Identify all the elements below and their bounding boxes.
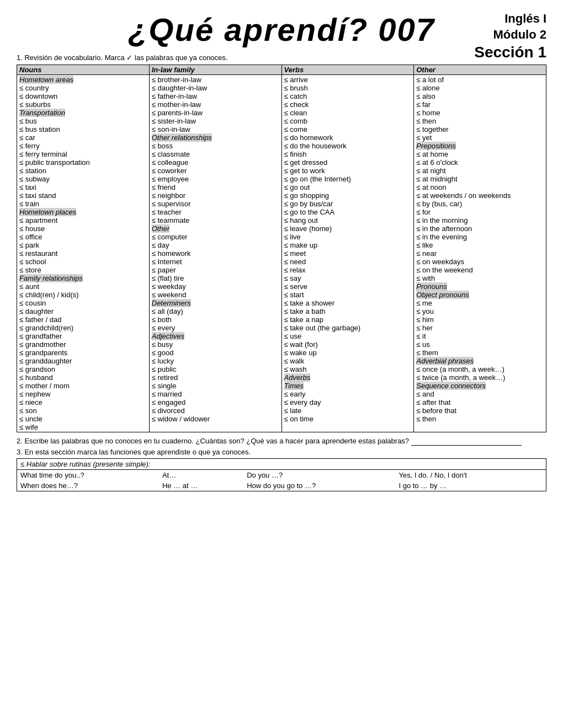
item: ≤ relax xyxy=(284,266,412,274)
item: ≤ in the afternoon xyxy=(416,224,544,233)
item: ≤ then xyxy=(416,117,544,125)
item: ≤ child(ren) / kid(s) xyxy=(19,291,147,299)
item: ≤ us xyxy=(416,340,544,349)
section-adverbs: Adverbs xyxy=(284,373,311,382)
item: ≤ in the evening xyxy=(416,233,544,241)
section-family: Family relationships xyxy=(19,274,83,282)
item: ≤ take a bath xyxy=(284,307,412,315)
item: ≤ in the morning xyxy=(416,216,544,224)
item: ≤ father / dad xyxy=(19,315,147,324)
item: ≤ son-in-law xyxy=(152,125,279,133)
header: ¿Qué aprendí? 007 Inglés I Módulo 2 Secc… xyxy=(17,11,546,48)
section-determiners: Determiners xyxy=(152,299,191,307)
item: ≤ daughter-in-law xyxy=(152,84,279,92)
item: ≤ weekday xyxy=(152,282,279,291)
item: ≤ hang out xyxy=(284,216,412,224)
item: ≤ say xyxy=(284,274,412,282)
item: ≤ bus xyxy=(19,117,147,125)
item: ≤ get dressed xyxy=(284,158,412,167)
item: ≤ also xyxy=(416,92,544,100)
section-adjectives: Adjectives xyxy=(152,332,184,340)
item: ≤ day xyxy=(152,241,279,249)
item: ≤ engaged xyxy=(152,398,279,406)
func-row2-col1: When does he…? xyxy=(17,480,159,491)
item: ≤ at weekends / on weekends xyxy=(416,191,544,200)
item: ≤ taxi xyxy=(19,183,147,191)
section-sequence: Sequence connectors xyxy=(416,382,486,390)
item: ≤ teammate xyxy=(152,216,279,224)
main-title: ¿Qué aprendí? 007 xyxy=(17,11,546,48)
vocab-table: Nouns In-law family Verbs Other Hometown… xyxy=(17,65,546,432)
item: ≤ all (day) xyxy=(152,307,279,315)
col-header-nouns: Nouns xyxy=(17,65,150,75)
item: ≤ neighbor xyxy=(152,191,279,200)
section-times: Times xyxy=(284,382,304,390)
item: ≤ employee xyxy=(152,175,279,183)
col-header-inlaw: In-law family xyxy=(149,65,282,75)
item: ≤ mother / mom xyxy=(19,382,147,390)
nouns-col: Hometown areas ≤ country ≤ downtown ≤ su… xyxy=(17,75,150,432)
item: ≤ son xyxy=(19,406,147,415)
func-row1-col4: Yes, I do. / No, I don't xyxy=(395,470,546,481)
item: ≤ go by bus/car xyxy=(284,200,412,208)
item: ≤ come xyxy=(284,125,412,133)
section-object-pronouns: Object pronouns xyxy=(416,291,469,299)
item: ≤ meet xyxy=(284,249,412,258)
item: ≤ grandchild(ren) xyxy=(19,324,147,332)
item: ≤ grandfather xyxy=(19,332,147,340)
item: ≤ computer xyxy=(152,233,279,241)
item: ≤ clean xyxy=(284,109,412,117)
item: ≤ comb xyxy=(284,117,412,125)
section-prepositions: Prepositions xyxy=(416,142,456,150)
item: ≤ before that xyxy=(416,406,544,415)
item: ≤ homework xyxy=(152,249,279,258)
item: ≤ twice (a month, a week…) xyxy=(416,373,544,382)
item: ≤ brother-in-law xyxy=(152,76,279,84)
item: ≤ single xyxy=(152,382,279,390)
item: ≤ together xyxy=(416,125,544,133)
item: ≤ daughter xyxy=(19,307,147,315)
item: ≤ restaurant xyxy=(19,249,147,258)
item: ≤ serve xyxy=(284,282,412,291)
item: ≤ widow / widower xyxy=(152,415,279,423)
item: ≤ once (a month, a week…) xyxy=(416,365,544,373)
verbs-col: ≤ arrive ≤ brush ≤ catch ≤ check ≤ clean… xyxy=(282,75,414,432)
functions-header: ≤ Hablar sobre rutinas (presente simple)… xyxy=(17,459,546,470)
item: ≤ lucky xyxy=(152,357,279,365)
item: ≤ ferry xyxy=(19,142,147,150)
item: ≤ start xyxy=(284,291,412,299)
item: ≤ wife xyxy=(19,423,147,431)
item: ≤ apartment xyxy=(19,216,147,224)
item: ≤ retired xyxy=(152,373,279,382)
item: ≤ brush xyxy=(284,84,412,92)
item: ≤ near xyxy=(416,249,544,258)
item: ≤ divorced xyxy=(152,406,279,415)
item: ≤ husband xyxy=(19,373,147,382)
item: ≤ go shopping xyxy=(284,191,412,200)
item: ≤ public xyxy=(152,365,279,373)
other-col: ≤ a lot of ≤ alone ≤ also ≤ far ≤ home ≤… xyxy=(414,75,546,432)
item: ≤ office xyxy=(19,233,147,241)
item: ≤ good xyxy=(152,349,279,357)
item: ≤ married xyxy=(152,390,279,398)
item: ≤ on weekdays xyxy=(416,258,544,266)
item: ≤ boss xyxy=(152,142,279,150)
item: ≤ busy xyxy=(152,340,279,349)
item: ≤ you xyxy=(416,307,544,315)
item: ≤ house xyxy=(19,224,147,233)
section-adverbial: Adverbial phrases xyxy=(416,357,474,365)
item: ≤ far xyxy=(416,100,544,109)
item: ≤ teacher xyxy=(152,208,279,216)
item: ≤ public transportation xyxy=(19,158,147,167)
item: ≤ me xyxy=(416,299,544,307)
item: ≤ downtown xyxy=(19,92,147,100)
func-row2-col4: I go to … by … xyxy=(395,480,546,491)
item: ≤ check xyxy=(284,100,412,109)
item: ≤ at midnight xyxy=(416,175,544,183)
inlaw-col: ≤ brother-in-law ≤ daughter-in-law ≤ fat… xyxy=(149,75,282,432)
section-hometown-areas: Hometown areas xyxy=(19,76,73,84)
func-row1-col1: What time do you..? xyxy=(17,470,159,481)
item: ≤ grandson xyxy=(19,365,147,373)
item: ≤ by (bus, car) xyxy=(416,200,544,208)
item: ≤ walk xyxy=(284,357,412,365)
